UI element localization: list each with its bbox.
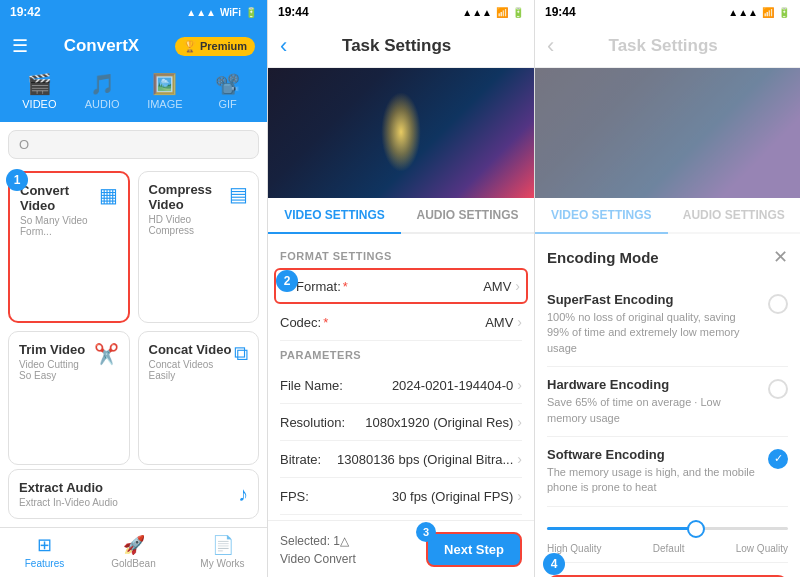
status-icons-3: ▲▲▲ 📶 🔋 bbox=[728, 7, 790, 18]
tab-image[interactable]: 🖼️ IMAGE bbox=[134, 68, 197, 114]
menu-icon[interactable]: ☰ bbox=[12, 35, 28, 57]
filename-key: File Name: bbox=[280, 378, 343, 393]
footer-type: Video Convert bbox=[280, 552, 356, 566]
back-button-3[interactable]: ‹ bbox=[547, 33, 554, 59]
image-tab-icon: 🖼️ bbox=[152, 72, 177, 96]
bitrate-val: 13080136 bps (Original Bitra... › bbox=[337, 451, 522, 467]
video-preview-2 bbox=[268, 68, 534, 198]
premium-badge[interactable]: 🏆 Premium bbox=[175, 37, 255, 56]
tab-audio-label: AUDIO bbox=[85, 98, 120, 110]
encoding-header: Encoding Mode ✕ bbox=[547, 246, 788, 268]
tab-audio-settings-2[interactable]: AUDIO SETTINGS bbox=[401, 198, 534, 232]
settings-tabs-3: VIDEO SETTINGS AUDIO SETTINGS bbox=[535, 198, 800, 234]
slider-track bbox=[547, 527, 788, 530]
time-3: 19:44 bbox=[545, 5, 576, 19]
status-bar-2: 19:44 ▲▲▲ 📶 🔋 bbox=[268, 0, 534, 24]
goldbean-icon: 🚀 bbox=[123, 534, 145, 556]
quality-slider[interactable] bbox=[547, 519, 788, 539]
close-button[interactable]: ✕ bbox=[773, 246, 788, 268]
compress-video-desc: HD Video Compress bbox=[149, 214, 230, 236]
tab-video-settings-3[interactable]: VIDEO SETTINGS bbox=[535, 198, 668, 234]
panel2-footer: Selected: 1△ Video Convert 3 Next Step bbox=[268, 520, 534, 577]
codec-val: AMV › bbox=[485, 314, 522, 330]
search-bar[interactable]: O bbox=[8, 130, 259, 159]
tab-audio[interactable]: 🎵 AUDIO bbox=[71, 68, 134, 114]
settings-content-2: FORMAT SETTINGS 2 Format: * AMV › Codec:… bbox=[268, 234, 534, 520]
chevron-codec: › bbox=[517, 314, 522, 330]
software-desc: The memory usage is high, and the mobile… bbox=[547, 465, 760, 496]
encoding-title: Encoding Mode bbox=[547, 249, 659, 266]
step2-badge: 2 bbox=[276, 270, 298, 292]
hardware-name: Hardware Encoding bbox=[547, 377, 760, 392]
filename-row[interactable]: File Name: 2024-0201-194404-0 › bbox=[280, 367, 522, 404]
extract-audio-desc: Extract In-Video Audio bbox=[19, 497, 118, 508]
codec-row[interactable]: Codec: * AMV › bbox=[280, 304, 522, 341]
format-key: Format: * bbox=[296, 279, 348, 294]
encoding-superfast[interactable]: SuperFast Encoding 100% no loss of origi… bbox=[547, 282, 788, 367]
wifi-icon-3: 📶 bbox=[762, 7, 774, 18]
search-placeholder: O bbox=[19, 137, 29, 152]
chevron-format: › bbox=[515, 278, 520, 294]
bitrate-row[interactable]: Bitrate: 13080136 bps (Original Bitra...… bbox=[280, 441, 522, 478]
tool-extract-audio[interactable]: Extract Audio Extract In-Video Audio ♪ bbox=[8, 469, 259, 519]
fps-row[interactable]: FPS: 30 fps (Original FPS) › bbox=[280, 478, 522, 515]
nav-features[interactable]: ⊞ Features bbox=[0, 534, 89, 571]
back-button-2[interactable]: ‹ bbox=[280, 33, 287, 59]
resolution-row[interactable]: Resolution: 1080x1920 (Original Res) › bbox=[280, 404, 522, 441]
fps-key: FPS: bbox=[280, 489, 309, 504]
extract-audio-name: Extract Audio bbox=[19, 480, 118, 495]
tool-compress-video[interactable]: Compress Video HD Video Compress ▤ bbox=[138, 171, 260, 323]
nav-myworks[interactable]: 📄 My Works bbox=[178, 534, 267, 571]
step3-badge: 3 bbox=[416, 522, 436, 542]
chevron-fps: › bbox=[517, 488, 522, 504]
app-header-1: ☰ ConvertX 🏆 Premium bbox=[0, 24, 267, 68]
params-section-label: PARAMETERS bbox=[280, 349, 522, 361]
superfast-radio[interactable] bbox=[768, 294, 788, 314]
video-tab-icon: 🎬 bbox=[27, 72, 52, 96]
resolution-key: Resolution: bbox=[280, 415, 345, 430]
quality-slider-container: High Quality Default Low Quality bbox=[547, 507, 788, 563]
encoding-hardware[interactable]: Hardware Encoding Save 65% of time on av… bbox=[547, 367, 788, 437]
concat-video-name: Concat Video bbox=[149, 342, 235, 357]
signal-icon-2: ▲▲▲ bbox=[462, 7, 492, 18]
signal-icon: ▲▲▲ bbox=[186, 7, 216, 18]
next-step-button[interactable]: Next Step bbox=[426, 532, 522, 567]
slider-thumb[interactable] bbox=[687, 520, 705, 538]
nav-features-label: Features bbox=[25, 558, 64, 569]
nav-goldbean[interactable]: 🚀 GoldBean bbox=[89, 534, 178, 571]
next-step-wrapper: 3 Next Step bbox=[426, 532, 522, 567]
hardware-radio[interactable] bbox=[768, 379, 788, 399]
tab-audio-settings-3[interactable]: AUDIO SETTINGS bbox=[668, 198, 801, 232]
gif-tab-icon: 📽️ bbox=[215, 72, 240, 96]
hardware-desc: Save 65% of time on average · Low memory… bbox=[547, 395, 760, 426]
trim-video-desc: Video Cutting So Easy bbox=[19, 359, 94, 381]
settings-tabs-2: VIDEO SETTINGS AUDIO SETTINGS bbox=[268, 198, 534, 234]
convert-video-name: Convert Video bbox=[20, 183, 99, 213]
quality-default: Default bbox=[653, 543, 685, 554]
format-row[interactable]: Format: * AMV › bbox=[274, 268, 528, 304]
wifi-icon: WiFi bbox=[220, 7, 241, 18]
filename-val: 2024-0201-194404-0 › bbox=[392, 377, 522, 393]
codec-key: Codec: * bbox=[280, 315, 328, 330]
footer-info: Selected: 1△ Video Convert bbox=[280, 531, 356, 567]
light-effect-2 bbox=[381, 92, 421, 172]
panel3-header: ‹ Task Settings bbox=[535, 24, 800, 68]
status-bar-3: 19:44 ▲▲▲ 📶 🔋 bbox=[535, 0, 800, 24]
format-section-label: FORMAT SETTINGS bbox=[280, 250, 522, 262]
format-row-wrapper: 2 Format: * AMV › bbox=[280, 268, 522, 304]
nav-myworks-label: My Works bbox=[200, 558, 244, 569]
tab-video[interactable]: 🎬 VIDEO bbox=[8, 68, 71, 114]
tool-convert-video[interactable]: 1 Convert Video So Many Video Form... ▦ bbox=[8, 171, 130, 323]
time-1: 19:42 bbox=[10, 5, 41, 19]
tab-gif[interactable]: 📽️ GIF bbox=[196, 68, 259, 114]
tools-grid: 1 Convert Video So Many Video Form... ▦ … bbox=[0, 167, 267, 469]
panel-2: 19:44 ▲▲▲ 📶 🔋 ‹ Task Settings VIDEO SETT… bbox=[267, 0, 534, 577]
extract-audio-icon: ♪ bbox=[238, 483, 248, 506]
tool-trim-video[interactable]: Trim Video Video Cutting So Easy ✂️ bbox=[8, 331, 130, 466]
tool-concat-video[interactable]: Concat Video Concat Videos Easily ⧉ bbox=[138, 331, 260, 466]
tab-video-settings-2[interactable]: VIDEO SETTINGS bbox=[268, 198, 401, 234]
software-radio[interactable] bbox=[768, 449, 788, 469]
trim-video-icon: ✂️ bbox=[94, 342, 119, 366]
encoding-software[interactable]: Software Encoding The memory usage is hi… bbox=[547, 437, 788, 507]
wifi-icon-2: 📶 bbox=[496, 7, 508, 18]
